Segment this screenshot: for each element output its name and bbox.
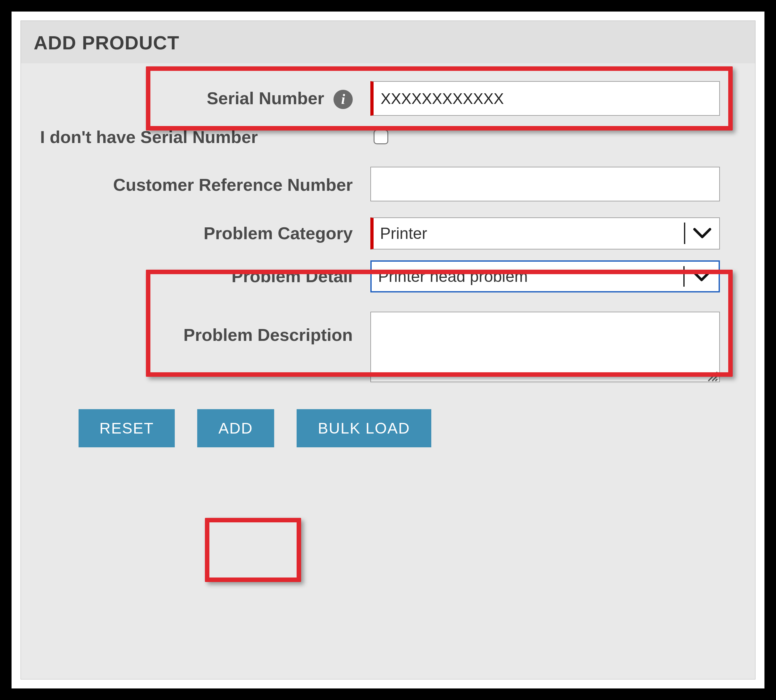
form-stack: Serial Number i I don't have Serial Numb… <box>34 63 742 447</box>
problem-description-textarea[interactable] <box>370 312 720 382</box>
customer-ref-input[interactable] <box>370 167 720 202</box>
page-title: ADD PRODUCT <box>34 32 742 54</box>
no-serial-checkbox[interactable] <box>373 130 388 144</box>
chevron-down-icon <box>683 266 719 287</box>
panel-body: Serial Number i I don't have Serial Numb… <box>21 63 755 679</box>
label-problem-category: Problem Category <box>34 223 370 244</box>
reset-button[interactable]: RESET <box>78 409 175 447</box>
problem-category-select[interactable]: Printer <box>370 217 720 250</box>
label-problem-detail: Problem Detail <box>34 266 370 287</box>
row-problem-detail: Problem Detail Printer head problem <box>34 260 742 292</box>
row-problem-category: Problem Category Printer <box>34 217 742 250</box>
row-problem-description: Problem Description <box>34 312 742 383</box>
serial-number-input[interactable] <box>370 81 720 116</box>
panel-header: ADD PRODUCT <box>21 21 755 63</box>
info-icon[interactable]: i <box>333 90 353 109</box>
label-serial-number-text: Serial Number <box>207 88 324 108</box>
row-no-serial: I don't have Serial Number <box>34 127 742 148</box>
add-product-panel: ADD PRODUCT Serial Number i I don't have… <box>20 20 756 680</box>
label-problem-description: Problem Description <box>34 312 370 345</box>
label-customer-ref: Customer Reference Number <box>34 173 370 195</box>
label-no-serial: I don't have Serial Number <box>34 127 335 148</box>
button-bar: RESET ADD BULK LOAD <box>34 409 742 447</box>
row-serial-number: Serial Number i <box>34 81 742 116</box>
problem-detail-select[interactable]: Printer head problem <box>370 260 720 292</box>
problem-detail-value: Printer head problem <box>371 267 683 286</box>
label-serial-number: Serial Number i <box>34 88 370 109</box>
problem-category-value: Printer <box>373 224 684 243</box>
callout-add-button <box>205 518 301 582</box>
chevron-down-icon <box>684 223 719 244</box>
bulk-load-button[interactable]: BULK LOAD <box>296 409 431 447</box>
add-button[interactable]: ADD <box>197 409 274 447</box>
screenshot-frame: ADD PRODUCT Serial Number i I don't have… <box>0 0 776 700</box>
row-customer-ref: Customer Reference Number <box>34 167 742 202</box>
